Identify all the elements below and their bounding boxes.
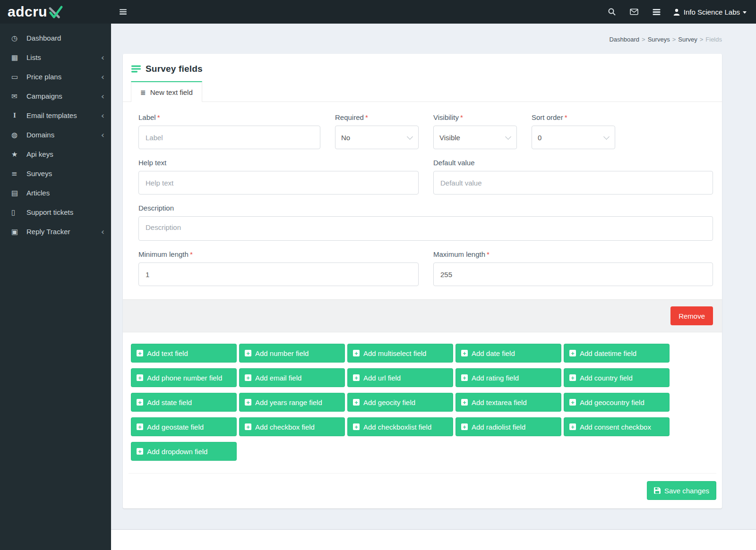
user-label: Info Science Labs — [684, 8, 740, 16]
breadcrumb-current: Fields — [705, 36, 722, 43]
plus-square-icon — [353, 423, 360, 430]
brand-logo[interactable]: adcru — [0, 0, 111, 24]
add-checkboxlist-field-button[interactable]: Add checkboxlist field — [347, 417, 453, 436]
sidebar-item-campaigns[interactable]: ✉ Campaigns ‹ — [0, 86, 111, 106]
sidebar-item-api-keys[interactable]: ★ Api keys — [0, 144, 111, 164]
sidebar-item-email-templates[interactable]: I Email templates ‹ — [0, 106, 111, 125]
plus-square-icon — [353, 399, 360, 406]
required-select-wrap: No — [335, 126, 419, 149]
add-radiolist-field-button[interactable]: Add radiolist field — [455, 417, 561, 436]
breadcrumb-link-survey[interactable]: Survey — [678, 36, 697, 43]
stack-button[interactable] — [645, 0, 668, 24]
save-changes-button[interactable]: Save changes — [647, 481, 716, 500]
default-value-field-label: Default value — [433, 159, 713, 167]
plus-square-icon — [569, 423, 576, 430]
add-phone-number-field-button[interactable]: Add phone number field — [131, 368, 237, 387]
stack-icon — [653, 9, 661, 15]
sidebar-item-support-tickets[interactable]: ▯ Support tickets — [0, 203, 111, 222]
user-menu[interactable]: Info Science Labs — [668, 0, 756, 24]
sidebar-item-reply-tracker[interactable]: ▣ Reply Tracker ‹ — [0, 222, 111, 241]
add-text-field-button[interactable]: Add text field — [131, 344, 237, 363]
sort-order-select[interactable]: 0 — [532, 126, 615, 149]
add-state-field-button[interactable]: Add state field — [131, 393, 237, 412]
save-label: Save changes — [664, 487, 709, 495]
domains-icon: ◍ — [11, 131, 23, 139]
add-country-field-button[interactable]: Add country field — [564, 368, 670, 387]
add-url-field-button[interactable]: Add url field — [347, 368, 453, 387]
sidebar-item-articles[interactable]: ▤ Articles — [0, 183, 111, 203]
maximum-length-input[interactable] — [433, 262, 713, 286]
description-field-group: Description — [138, 204, 713, 241]
plus-square-icon — [245, 399, 251, 406]
breadcrumb-link-dashboard[interactable]: Dashboard — [609, 36, 639, 43]
chevron-left-icon: ‹ — [101, 92, 104, 101]
survey-fields-card: Survey fields ≣ New text field Label* — [123, 54, 722, 508]
th-list-icon: ≣ — [140, 89, 146, 96]
plus-square-icon — [137, 423, 143, 430]
minimum-length-input[interactable] — [138, 262, 419, 286]
reply-tracker-icon: ▣ — [11, 228, 23, 236]
content-area: Dashboard>Surveys>Survey>Fields Survey f… — [111, 24, 756, 508]
add-years-range-field-button[interactable]: Add years range field — [239, 393, 345, 412]
plus-square-icon — [569, 399, 576, 406]
plus-square-icon — [245, 423, 251, 430]
add-geocountry-field-button[interactable]: Add geocountry field — [564, 393, 670, 412]
articles-icon: ▤ — [11, 189, 23, 197]
envelope-icon — [630, 8, 638, 15]
sort-order-field-group: Sort order* 0 — [532, 113, 615, 149]
add-geocity-field-button[interactable]: Add geocity field — [347, 393, 453, 412]
required-asterisk: * — [565, 113, 567, 121]
main-column: Info Science Labs Dashboard>Surveys>Surv… — [111, 0, 756, 550]
add-date-field-button[interactable]: Add date field — [455, 344, 561, 363]
add-datetime-field-button[interactable]: Add datetime field — [564, 344, 670, 363]
page-title: Survey fields — [146, 64, 203, 74]
description-textarea[interactable] — [138, 216, 713, 241]
add-textarea-field-button[interactable]: Add textarea field — [455, 393, 561, 412]
sort-order-field-label: Sort order* — [532, 113, 615, 121]
plus-square-icon — [353, 374, 360, 381]
form-row-1: Label* Required* No Visibility* — [138, 113, 713, 149]
add-rating-field-button[interactable]: Add rating field — [455, 368, 561, 387]
sidebar-item-price-plans[interactable]: ▭ Price plans ‹ — [0, 67, 111, 86]
campaigns-icon: ✉ — [11, 92, 23, 101]
required-asterisk: * — [157, 113, 160, 121]
visibility-field-label: Visibility* — [433, 113, 517, 121]
sidebar-menu: ◷ Dashboard ▦ Lists ‹ ▭ Price plans ‹ ✉ … — [0, 24, 111, 241]
form-row-4: Minimum length* Maximum length* — [138, 250, 713, 286]
logo-x-check-icon — [48, 6, 63, 19]
required-select[interactable]: No — [335, 126, 419, 149]
minimum-length-field-label: Minimum length* — [138, 250, 419, 258]
add-geostate-field-button[interactable]: Add geostate field — [131, 417, 237, 436]
visibility-select[interactable]: Visible — [433, 126, 517, 149]
label-field-group: Label* — [138, 113, 320, 149]
add-email-field-button[interactable]: Add email field — [239, 368, 345, 387]
plus-square-icon — [137, 350, 143, 356]
add-multiselect-field-button[interactable]: Add multiselect field — [347, 344, 453, 363]
add-checkbox-field-button[interactable]: Add checkbox field — [239, 417, 345, 436]
lists-icon: ▦ — [11, 53, 23, 62]
sidebar-item-dashboard[interactable]: ◷ Dashboard — [0, 28, 111, 48]
label-input[interactable] — [138, 126, 320, 149]
help-text-input[interactable] — [138, 171, 419, 195]
add-field-buttons: Add text field Add number field Add mult… — [123, 332, 722, 466]
add-dropdown-field-button[interactable]: Add dropdown field — [131, 442, 237, 461]
help-text-field-label: Help text — [138, 159, 419, 167]
breadcrumb-link-surveys[interactable]: Surveys — [648, 36, 670, 43]
form-row-3: Description — [138, 204, 713, 241]
sidebar-item-surveys[interactable]: ≡ Surveys — [0, 164, 111, 183]
tab-new-text-field[interactable]: ≣ New text field — [131, 81, 202, 102]
plus-square-icon — [569, 374, 576, 381]
remove-button[interactable]: Remove — [670, 306, 713, 325]
add-consent-checkbox-button[interactable]: Add consent checkbox — [564, 417, 670, 436]
default-value-field-group: Default value — [433, 159, 713, 195]
help-text-field-group: Help text — [138, 159, 419, 195]
default-value-input[interactable] — [433, 171, 713, 195]
search-button[interactable] — [601, 0, 623, 24]
messages-button[interactable] — [623, 0, 645, 24]
sidebar-toggle-button[interactable] — [111, 0, 135, 24]
add-number-field-button[interactable]: Add number field — [239, 344, 345, 363]
sidebar-item-lists[interactable]: ▦ Lists ‹ — [0, 48, 111, 67]
sidebar-item-domains[interactable]: ◍ Domains ‹ — [0, 125, 111, 144]
hamburger-icon — [120, 9, 127, 15]
surveys-icon: ≡ — [11, 169, 23, 178]
